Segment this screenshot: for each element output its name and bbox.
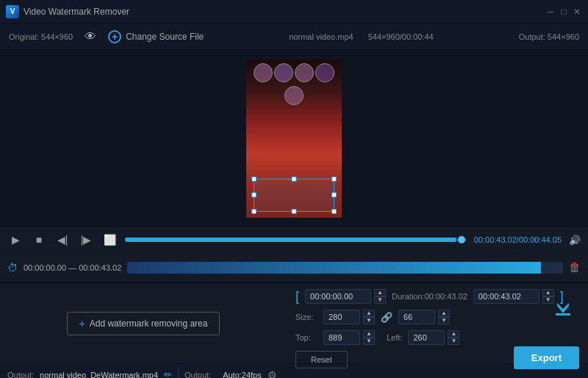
top-label: Top: xyxy=(295,333,318,342)
size-h-input[interactable] xyxy=(398,310,435,324)
svg-rect-1 xyxy=(556,313,570,315)
play-button[interactable]: ▶ xyxy=(7,232,24,248)
file-dimensions: 544×960/00:00:44 xyxy=(368,32,434,41)
left-label: Left: xyxy=(387,333,402,342)
change-source-button[interactable]: + Change Source File xyxy=(108,30,204,43)
video-preview xyxy=(246,60,342,218)
size-w-input[interactable] xyxy=(323,310,360,324)
watermark-selection-area[interactable] xyxy=(254,179,334,212)
start-time: 00:00:00.00 xyxy=(24,263,66,272)
handle-mid-right[interactable] xyxy=(331,193,337,198)
top-val-input[interactable] xyxy=(323,330,360,345)
output-label-text: Output: xyxy=(7,371,34,379)
output-format-label: Output: xyxy=(184,371,211,379)
deco-circle-5 xyxy=(284,86,304,105)
playback-controls: ▶ ■ ◀| |▶ ⬜ 00:00:43.02/00:00:44.05 🔊 xyxy=(0,227,588,253)
change-source-label: Change Source File xyxy=(126,32,204,42)
time-display: 00:00:43.02/00:00:44.05 xyxy=(474,235,562,244)
title-bar-left: V Video Watermark Remover xyxy=(6,5,129,18)
handle-top-left[interactable] xyxy=(251,176,257,182)
size-h-down[interactable]: ▼ xyxy=(438,317,450,324)
time-param-row: [ ▲ ▼ Duration:00:00:43.02 ▲ ▼ ] xyxy=(295,289,579,304)
minimize-button[interactable]: ─ xyxy=(545,7,556,17)
link-icon[interactable]: 🔗 xyxy=(381,312,392,323)
top-down[interactable]: ▼ xyxy=(363,338,375,345)
close-button[interactable]: ✕ xyxy=(572,7,582,17)
edit-filename-icon[interactable]: ✏ xyxy=(164,369,172,378)
progress-bar[interactable] xyxy=(125,238,467,242)
clip-button[interactable]: ⬜ xyxy=(101,232,118,248)
start-time-up[interactable]: ▲ xyxy=(374,289,386,296)
start-time-input[interactable] xyxy=(305,289,371,304)
stop-button[interactable]: ■ xyxy=(31,232,47,248)
start-time-down[interactable]: ▼ xyxy=(374,296,386,304)
size-w-up[interactable]: ▲ xyxy=(363,310,375,317)
handle-top-mid[interactable] xyxy=(292,176,297,182)
top-up[interactable]: ▲ xyxy=(363,330,375,338)
size-param-row: Size: ▲ ▼ 🔗 ▲ ▼ xyxy=(295,310,579,324)
time-range-label: 00:00:00.00 — 00:00:43.02 xyxy=(24,263,121,272)
add-watermark-button[interactable]: + Add watermark removing area xyxy=(67,312,220,335)
size-h-group: ▲ ▼ xyxy=(398,310,450,324)
handle-top-right[interactable] xyxy=(331,176,337,182)
title-bar: V Video Watermark Remover ─ □ ✕ xyxy=(0,0,588,24)
size-w-spinner: ▲ ▼ xyxy=(363,310,375,324)
left-spinner: ▲ ▼ xyxy=(448,330,459,345)
video-thumbnail xyxy=(246,60,342,218)
left-down[interactable]: ▼ xyxy=(448,338,459,345)
handle-mid-left[interactable] xyxy=(251,193,257,198)
volume-icon[interactable]: 🔊 xyxy=(569,235,581,246)
progress-thumb[interactable] xyxy=(458,236,465,243)
deco-circle-4 xyxy=(315,63,334,82)
top-bar-left: Original: 544×960 👁 + Change Source File xyxy=(9,30,204,43)
handle-bottom-left[interactable] xyxy=(251,209,257,214)
top-bar: Original: 544×960 👁 + Change Source File… xyxy=(0,24,588,50)
size-label: Size: xyxy=(295,313,318,321)
left-val-input[interactable] xyxy=(408,330,445,345)
deco-circle-2 xyxy=(274,63,293,82)
handle-bottom-mid[interactable] xyxy=(292,209,297,214)
export-button[interactable]: Export xyxy=(514,346,579,369)
trim-timeline[interactable] xyxy=(127,262,563,274)
timeline-fill xyxy=(127,262,541,274)
download-arrow-area xyxy=(550,293,576,319)
timeline-area: ⏱ 00:00:00.00 — 00:00:43.02 🗑 xyxy=(0,253,588,282)
deco-circle-3 xyxy=(295,63,314,82)
end-time-input[interactable] xyxy=(473,289,539,304)
size-w-down[interactable]: ▼ xyxy=(363,317,375,324)
cake-decoration xyxy=(250,63,338,107)
end-time-group: ▲ ▼ xyxy=(473,289,554,304)
frame-forward-button[interactable]: |▶ xyxy=(78,232,94,248)
frame-back-button[interactable]: ◀| xyxy=(54,232,71,248)
duration-label: Duration:00:00:43.02 xyxy=(392,292,467,301)
main-video-area xyxy=(0,50,588,227)
output-format: Auto;24fps xyxy=(223,371,262,379)
left-val-group: ▲ ▼ xyxy=(408,330,459,345)
settings-gear-icon[interactable]: ⚙ xyxy=(268,369,277,379)
time-sep: — xyxy=(68,263,79,272)
left-settings: + Add watermark removing area xyxy=(0,283,287,363)
timeline-icon: ⏱ xyxy=(7,262,18,274)
original-resolution: Original: 544×960 xyxy=(9,32,73,41)
open-bracket: [ xyxy=(295,290,299,303)
top-val-group: ▲ ▼ xyxy=(323,330,375,345)
left-up[interactable]: ▲ xyxy=(448,330,459,338)
app-title: Video Watermark Remover xyxy=(24,7,129,17)
add-watermark-label: Add watermark removing area xyxy=(90,318,208,329)
end-time: 00:00:43.02 xyxy=(79,263,121,272)
size-w-group: ▲ ▼ xyxy=(323,310,375,324)
eye-icon[interactable]: 👁 xyxy=(85,30,96,43)
download-arrow-icon xyxy=(550,293,576,319)
plus-circle-icon: + xyxy=(108,30,121,43)
delete-segment-button[interactable]: 🗑 xyxy=(569,261,581,274)
reset-button[interactable]: Reset xyxy=(295,351,348,368)
svg-marker-0 xyxy=(557,297,569,313)
separator xyxy=(178,368,179,379)
file-info: normal video.mp4 544×960/00:00:44 xyxy=(289,32,433,41)
size-h-up[interactable]: ▲ xyxy=(438,310,450,317)
window-controls: ─ □ ✕ xyxy=(545,7,582,17)
size-h-spinner: ▲ ▼ xyxy=(438,310,450,324)
maximize-button[interactable]: □ xyxy=(559,7,569,17)
handle-bottom-right[interactable] xyxy=(331,209,337,214)
position-param-row: Top: ▲ ▼ Left: ▲ ▼ xyxy=(295,330,579,345)
